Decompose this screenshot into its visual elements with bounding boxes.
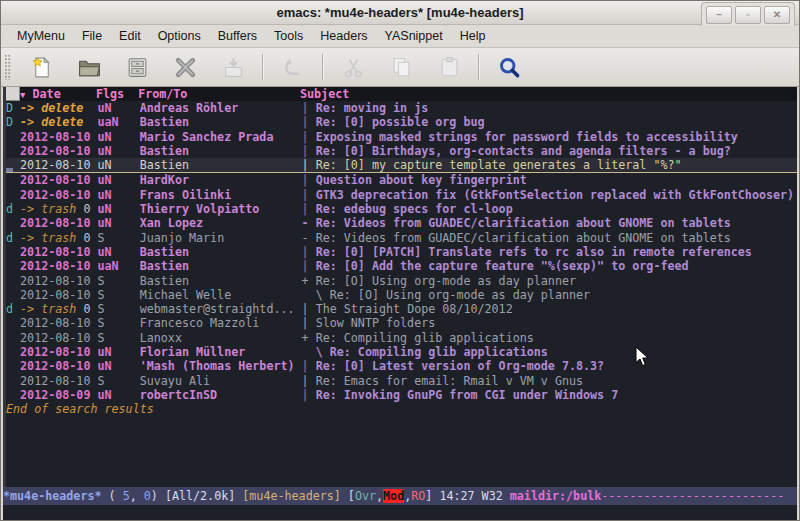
toolbar-copy-button[interactable]	[381, 51, 421, 83]
text-segment: |	[302, 245, 316, 259]
toolbar-dired-button[interactable]	[117, 51, 157, 83]
message-row[interactable]: 2012-08-10 uN Mario Sanchez Prada | Expo…	[6, 130, 797, 144]
text-segment: 2012-08-10	[20, 216, 97, 230]
text-segment: Slow NNTP folders	[316, 316, 436, 330]
toolbar-close-buffer-button[interactable]	[165, 51, 205, 83]
menubar: MyMenuFileEditOptionsBuffersToolsHeaders…	[1, 25, 799, 48]
text-segment: The Straight Dope 08/10/2012	[316, 302, 513, 316]
text-segment: D	[6, 115, 20, 129]
menu-item-edit[interactable]: Edit	[113, 27, 147, 45]
text-segment: S	[97, 274, 139, 288]
scrollbar-thumb[interactable]	[3, 87, 20, 101]
menu-item-tools[interactable]: Tools	[268, 27, 309, 45]
echo-area[interactable]	[3, 505, 797, 521]
message-row[interactable]: 2012-08-10 uN HardKor | Question about k…	[6, 173, 797, 187]
text-segment: webmaster@straightd...	[140, 302, 302, 316]
text-segment: d	[6, 231, 20, 245]
menu-item-headers[interactable]: Headers	[314, 27, 373, 45]
text-segment: Lanoxx	[140, 331, 302, 345]
titlebar[interactable]: emacs: *mu4e-headers* [mu4e-headers] –▫✕	[1, 1, 799, 25]
text-segment: Juanjo Marin	[140, 231, 302, 245]
message-row[interactable]: d -> trash 0 S Juanjo Marin - Re: Videos…	[6, 231, 797, 245]
message-row[interactable]: 2012-08-10 S Francesco Mazzoli | Slow NN…	[6, 316, 797, 330]
text-segment: [mu4e-headers]	[242, 489, 341, 503]
text-segment: GTK3 deprecation fix (GtkFontSelection r…	[316, 188, 794, 202]
message-row[interactable]: 2012-08-10 S Bastien + Re: [O] Using org…	[6, 274, 797, 288]
close-button[interactable]: ✕	[764, 6, 790, 24]
message-row[interactable]: D -> delete uN Andreas Röhler | Re: movi…	[6, 101, 797, 115]
text-segment: RO	[411, 489, 425, 503]
text-segment: Frans Oilinki	[140, 188, 302, 202]
text-segment	[187, 87, 300, 101]
message-row[interactable]: 2012-08-10 uN 'Mash (Thomas Herbert) | R…	[6, 359, 797, 373]
toolbar-new-file-button[interactable]	[21, 51, 61, 83]
toolbar-drag-handle[interactable]	[4, 54, 11, 80]
message-row[interactable]: 2012-08-10 uN Florian Müllner \ Re: Comp…	[6, 345, 797, 359]
maximize-button[interactable]: ▫	[735, 6, 761, 24]
message-row[interactable]: d -> trash 0 uN Thierry Volpiatto | Re: …	[6, 202, 797, 216]
toolbar-paste-button[interactable]	[429, 51, 469, 83]
text-segment: Francesco Mazzoli	[140, 316, 302, 330]
text-segment: 2012-08-10	[20, 374, 97, 388]
message-row[interactable]: 2012-08-10 uN Xan Lopez - Re: Videos fro…	[6, 216, 797, 230]
text-segment	[6, 374, 20, 388]
text-segment	[61, 87, 96, 101]
message-row[interactable]: d -> trash 0 S webmaster@straightd... | …	[6, 302, 797, 316]
open-folder-icon	[77, 55, 102, 80]
text-segment: Re: Emacs for email: Rmail v VM v Gnus	[316, 374, 583, 388]
message-row[interactable]: 2012-08-10 uN Bastien | Re: [0] Birthday…	[6, 144, 797, 158]
text-segment: |	[302, 188, 316, 202]
text-segment: -	[302, 231, 316, 245]
new-file-icon	[29, 55, 54, 80]
text-segment: |	[302, 302, 316, 316]
text-segment: |	[302, 158, 316, 172]
text-segment: -> trash	[20, 231, 83, 245]
toolbar-save-button[interactable]	[213, 51, 253, 83]
text-segment	[6, 316, 20, 330]
menu-item-mymenu[interactable]: MyMenu	[11, 27, 71, 45]
toolbar-cut-button[interactable]	[333, 51, 373, 83]
modeline[interactable]: *mu4e-headers* ( 5, 0) [All/2.0k] [mu4e-…	[3, 487, 797, 505]
text-segment: 2012-08-10	[20, 188, 97, 202]
message-row[interactable]: 2012-08-09 uN robertcInSD | Re: Invoking…	[6, 388, 797, 402]
toolbar-separator	[322, 54, 324, 80]
text-segment: 2012-08-10	[20, 144, 97, 158]
text-segment: |	[302, 316, 316, 330]
text-segment: --------------------------	[601, 489, 784, 503]
message-row[interactable]: 2012-08-10 uN Frans Oilinki | GTK3 depre…	[6, 188, 797, 202]
text-segment: Bastien	[140, 115, 302, 129]
minimize-button[interactable]: –	[706, 6, 732, 24]
text-segment: robertcInSD	[140, 388, 302, 402]
text-segment: \	[302, 288, 330, 302]
text-segment	[6, 259, 20, 273]
message-row[interactable]: 2012-08-10 uN Bastien | Re: [0] [PATCH] …	[6, 245, 797, 259]
toolbar-search-button[interactable]	[489, 51, 529, 83]
message-row[interactable]: 2012-08-10 S Suvayu Ali | Re: Emacs for …	[6, 374, 797, 388]
message-row[interactable]: D -> delete uaN Bastien | Re: [0] possib…	[6, 115, 797, 129]
text-segment: |	[302, 359, 316, 373]
text-segment: uN	[98, 202, 140, 216]
toolbar-open-folder-button[interactable]	[69, 51, 109, 83]
toolbar-undo-button[interactable]	[273, 51, 313, 83]
text-segment: |	[302, 173, 316, 187]
menu-item-help[interactable]: Help	[454, 27, 492, 45]
text-segment: Question about key fingerprint	[316, 173, 527, 187]
undo-icon	[281, 55, 306, 80]
text-segment	[6, 388, 20, 402]
text-segment	[6, 130, 20, 144]
menu-item-buffers[interactable]: Buffers	[212, 27, 263, 45]
text-segment: HardKor	[140, 173, 302, 187]
text-segment: uN	[97, 101, 139, 115]
text-segment: Xan Lopez	[140, 216, 302, 230]
current-line-fringe-indicator	[3, 168, 13, 172]
message-row[interactable]: 2012-08-10 S Michael Welle \ Re: [O] Usi…	[6, 288, 797, 302]
menu-item-file[interactable]: File	[76, 27, 108, 45]
copy-icon	[389, 55, 414, 80]
message-row[interactable]: 2012-08-10 S Lanoxx + Re: Compiling glib…	[6, 331, 797, 345]
message-row[interactable]: 2012-08-10 uaN Bastien | Re: [0] Add the…	[6, 259, 797, 273]
text-segment: Re: moving in js	[316, 101, 429, 115]
message-row-current[interactable]: 2012-08-10 uN Bastien | Re: [0] my captu…	[6, 158, 797, 173]
text-segment	[124, 87, 138, 101]
menu-item-options[interactable]: Options	[152, 27, 207, 45]
menu-item-yasnippet[interactable]: YASnippet	[379, 27, 449, 45]
